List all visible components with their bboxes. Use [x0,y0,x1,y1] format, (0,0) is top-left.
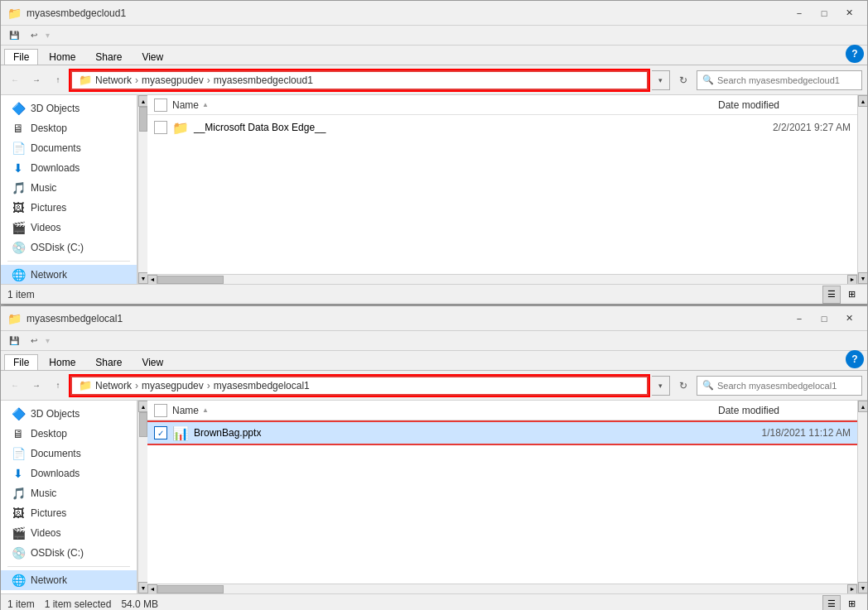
hscroll-thumb-1[interactable] [157,276,224,284]
hscroll-right-1[interactable]: ► [847,275,857,285]
search-box-1[interactable]: 🔍 [697,70,862,90]
path-share-1: myasesmbedgecloud1 [214,74,313,86]
vscroll-thumb-2[interactable] [139,412,147,437]
sidebar-item-desktop-1[interactable]: 🖥 Desktop [1,118,137,138]
sidebar-item-videos-2[interactable]: 🎬 Videos [1,523,137,543]
h-scroll-1[interactable]: ◄ ► [147,274,857,284]
filelist-vscroll-1[interactable]: ▲ ▼ [857,95,867,284]
header-checkbox-2[interactable] [154,404,167,417]
tab-view-2[interactable]: View [133,354,172,370]
file-checkbox-1-0[interactable] [154,121,167,134]
h-scroll-2[interactable]: ◄ ► [147,584,857,593]
back-btn-1[interactable]: ← [6,71,24,89]
view-large-btn-2[interactable]: ⊞ [842,595,861,611]
sidebar-item-pictures-1[interactable]: 🖼 Pictures [1,198,137,218]
vscroll-track-2 [138,412,147,582]
forward-btn-1[interactable]: → [27,71,46,89]
quick-access-1: 💾 ↩ ▾ [1,26,867,46]
help-btn-1[interactable]: ? [846,45,864,63]
filelist-vscroll-2[interactable]: ▲ ▼ [857,401,867,593]
title-icon-1: 📁 [7,7,22,20]
tab-file-2[interactable]: File [4,354,38,370]
back-btn-2[interactable]: ← [6,377,24,395]
sidebar-item-desktop-2[interactable]: 🖥 Desktop [1,424,137,444]
search-box-2[interactable]: 🔍 [697,376,862,396]
header-checkbox-1[interactable] [154,98,167,112]
address-field-2[interactable]: 📁 Network › myasegpudev › myasesmbedgelo… [70,376,649,396]
documents-icon-1: 📄 [11,142,26,155]
sidebar-item-3dobjects-1[interactable]: 🔷 3D Objects [1,98,137,118]
ribbon-2: File Home Share View ? [1,351,867,371]
sidebar-item-pictures-2[interactable]: 🖼 Pictures [1,503,137,523]
qa-save-btn-2[interactable]: 💾 [6,333,22,349]
status-right-2: ☰ ⊞ [822,595,861,611]
close-btn-1[interactable]: ✕ [837,4,861,22]
filelist-vscroll-down-1[interactable]: ▼ [858,272,867,284]
tab-home-1[interactable]: Home [40,49,84,65]
sidebar-vscroll-2[interactable]: ▲ ▼ [137,401,147,593]
address-bar-row-2: ← → ↑ 📁 Network › myasegpudev › myasesmb… [1,371,867,401]
refresh-btn-1[interactable]: ↻ [673,70,693,90]
sidebar-item-music-2[interactable]: 🎵 Music [1,483,137,503]
sidebar-label-network-2: Network [31,574,67,586]
desktop-icon-2: 🖥 [11,427,26,440]
vscroll-thumb-1[interactable] [139,107,147,132]
up-btn-1[interactable]: ↑ [49,71,67,89]
status-bar-2: 1 item 1 item selected 54.0 MB ☰ ⊞ [1,593,867,610]
hscroll-left-2[interactable]: ◄ [147,584,157,594]
col-header-date-2[interactable]: Date modified [718,405,851,416]
tab-view-1[interactable]: View [133,49,172,65]
sidebar-vscroll-1[interactable]: ▲ ▼ [137,95,147,284]
sidebar-item-downloads-1[interactable]: ⬇ Downloads [1,158,137,178]
minimize-btn-1[interactable]: − [788,4,811,22]
help-btn-2[interactable]: ? [846,350,864,368]
address-field-1[interactable]: 📁 Network › myasegpudev › myasesmbedgecl… [70,70,649,90]
hscroll-left-1[interactable]: ◄ [147,275,157,285]
col-header-name-2[interactable]: Name ▲ [172,405,718,416]
maximize-btn-1[interactable]: □ [813,4,836,22]
search-input-2[interactable] [717,381,856,391]
filelist-vscroll-up-2[interactable]: ▲ [858,401,867,412]
hscroll-thumb-2[interactable] [157,585,224,593]
view-details-btn-2[interactable]: ☰ [822,595,841,611]
forward-btn-2[interactable]: → [27,377,46,395]
up-btn-2[interactable]: ↑ [49,377,67,395]
refresh-btn-2[interactable]: ↻ [673,376,693,396]
col-header-date-1[interactable]: Date modified [718,99,851,111]
sidebar-item-music-1[interactable]: 🎵 Music [1,178,137,198]
window-title-1: myasesmbedgecloud1 [27,7,788,19]
col-header-name-1[interactable]: Name ▲ [172,99,718,111]
view-details-btn-1[interactable]: ☰ [822,286,841,304]
hscroll-right-2[interactable]: ► [847,584,857,594]
table-row[interactable]: 📁 __Microsoft Data Box Edge__ 2/2/2021 9… [147,117,857,138]
tab-home-2[interactable]: Home [40,354,84,370]
filelist-vscroll-up-1[interactable]: ▲ [858,95,867,107]
path-network-1: Network [95,74,132,86]
sidebar-item-downloads-2[interactable]: ⬇ Downloads [1,464,137,483]
title-bar-2: 📁 myasesmbedgelocal1 − □ ✕ [1,306,867,331]
search-input-1[interactable] [717,75,856,85]
qa-undo-btn-1[interactable]: ↩ [26,27,42,44]
sidebar-item-3dobjects-2[interactable]: 🔷 3D Objects [1,404,137,424]
minimize-btn-2[interactable]: − [788,310,811,328]
tab-file-1[interactable]: File [4,49,38,65]
sidebar-item-documents-2[interactable]: 📄 Documents [1,444,137,464]
sidebar-item-osdisk-1[interactable]: 💿 OSDisk (C:) [1,238,137,257]
qa-save-btn-1[interactable]: 💾 [6,27,22,44]
tab-share-2[interactable]: Share [86,354,131,370]
sidebar-item-network-2[interactable]: 🌐 Network [1,570,137,590]
sidebar-item-documents-1[interactable]: 📄 Documents [1,138,137,158]
table-row[interactable]: ✓ 📊 BrownBag.pptx 1/18/2021 11:12 AM [147,422,857,444]
file-checkbox-2-0[interactable]: ✓ [154,426,167,439]
sidebar-item-videos-1[interactable]: 🎬 Videos [1,218,137,238]
sidebar-item-osdisk-2[interactable]: 💿 OSDisk (C:) [1,543,137,563]
sidebar-item-network-1[interactable]: 🌐 Network [1,265,137,284]
view-large-btn-1[interactable]: ⊞ [842,286,861,304]
maximize-btn-2[interactable]: □ [813,310,836,328]
filelist-vscroll-down-2[interactable]: ▼ [858,582,867,593]
address-dropdown-2[interactable]: ▾ [652,376,670,396]
close-btn-2[interactable]: ✕ [837,310,861,328]
qa-undo-btn-2[interactable]: ↩ [26,333,42,349]
address-dropdown-1[interactable]: ▾ [652,70,670,90]
tab-share-1[interactable]: Share [86,49,131,65]
